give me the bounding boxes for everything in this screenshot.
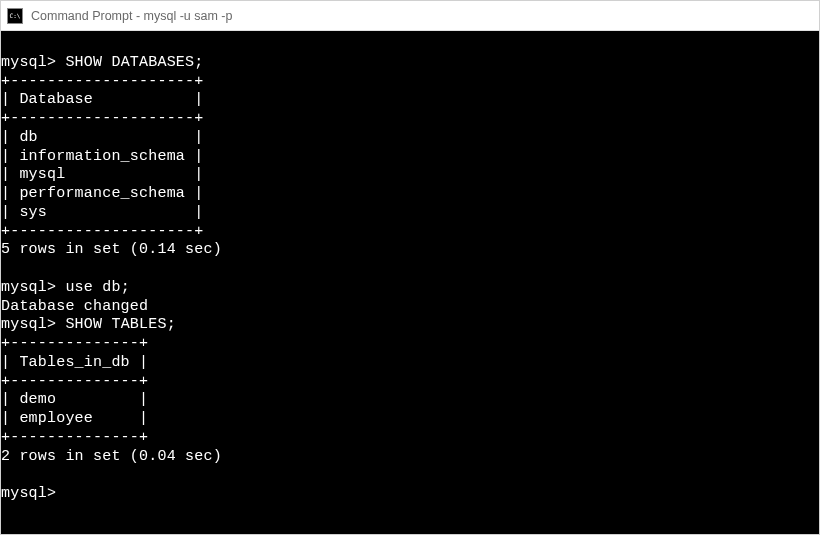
table-row: | demo | bbox=[1, 391, 148, 408]
command: SHOW DATABASES; bbox=[65, 54, 203, 71]
result-footer: 2 rows in set (0.04 sec) bbox=[1, 448, 222, 465]
message: Database changed bbox=[1, 298, 148, 315]
table-row: | employee | bbox=[1, 410, 148, 427]
command-prompt-window: Command Prompt - mysql -u sam -p mysql> … bbox=[0, 0, 820, 535]
prompt: mysql> bbox=[1, 54, 56, 71]
table-border: +--------------+ bbox=[1, 429, 148, 446]
prompt-line: mysql> SHOW TABLES; bbox=[1, 316, 176, 333]
prompt-line: mysql> use db; bbox=[1, 279, 130, 296]
table-row: | performance_schema | bbox=[1, 185, 203, 202]
table-row: | db | bbox=[1, 129, 203, 146]
table-border: +--------------+ bbox=[1, 335, 148, 352]
table-border: +--------------+ bbox=[1, 373, 148, 390]
prompt: mysql> bbox=[1, 485, 56, 502]
prompt-line: mysql> bbox=[1, 485, 56, 502]
table-row: | mysql | bbox=[1, 166, 203, 183]
prompt-line: mysql> SHOW DATABASES; bbox=[1, 54, 203, 71]
blank-line bbox=[1, 466, 10, 483]
table-border: +--------------------+ bbox=[1, 73, 203, 90]
table-border: +--------------------+ bbox=[1, 110, 203, 127]
command: SHOW TABLES; bbox=[65, 316, 175, 333]
blank-line bbox=[1, 260, 10, 277]
table-row: | information_schema | bbox=[1, 148, 203, 165]
titlebar[interactable]: Command Prompt - mysql -u sam -p bbox=[1, 1, 819, 31]
result-footer: 5 rows in set (0.14 sec) bbox=[1, 241, 222, 258]
command: use db; bbox=[65, 279, 129, 296]
table-row: | sys | bbox=[1, 204, 203, 221]
window-title: Command Prompt - mysql -u sam -p bbox=[31, 9, 232, 23]
prompt: mysql> bbox=[1, 279, 56, 296]
table-header: | Tables_in_db | bbox=[1, 354, 148, 371]
table-header: | Database | bbox=[1, 91, 203, 108]
terminal-output[interactable]: mysql> SHOW DATABASES; +----------------… bbox=[1, 31, 819, 534]
app-icon bbox=[7, 8, 23, 24]
table-border: +--------------------+ bbox=[1, 223, 203, 240]
prompt: mysql> bbox=[1, 316, 56, 333]
